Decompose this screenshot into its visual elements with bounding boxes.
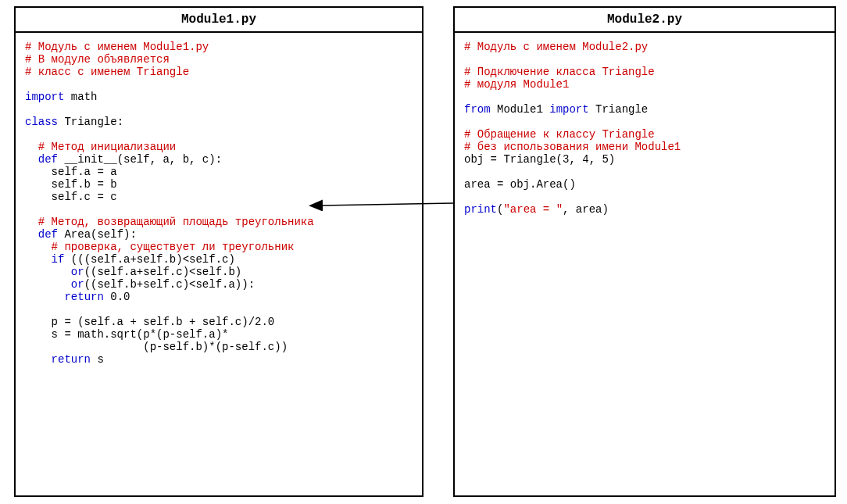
code-token: "area = "	[503, 203, 563, 216]
code-line	[25, 203, 413, 216]
code-token: obj = Triangle(3, 4, 5)	[464, 153, 615, 166]
code-line: # Модуль с именем Module1.py	[25, 41, 413, 53]
code-token: self.a = a	[25, 166, 117, 178]
code-token: area = obj.Area()	[464, 178, 576, 191]
code-token: # Обращение к классу Triangle	[464, 128, 655, 141]
code-token: import	[549, 103, 588, 116]
code-line: self.c = c	[25, 191, 413, 203]
code-token: # Подключение класса Triangle	[464, 66, 655, 78]
code-token: # Модуль с именем Module1.py	[25, 41, 209, 53]
code-line: self.a = a	[25, 166, 413, 178]
code-token: s = math.sqrt(p*(p-self.a)*	[25, 328, 228, 341]
code-token: # Модуль с именем Module2.py	[464, 41, 648, 53]
code-line: # без использования имени Module1	[464, 141, 825, 153]
code-line	[25, 103, 413, 116]
code-token: (p-self.b)*(p-self.c))	[25, 341, 288, 353]
code-line: # Подключение класса Triangle	[464, 66, 825, 78]
code-token	[25, 216, 38, 228]
code-token: ((self.a+self.c)<self.b)	[84, 266, 242, 278]
code-token: # проверка, существует ли треугольник	[52, 241, 295, 253]
code-token: # класс с именем Triangle	[25, 66, 189, 78]
code-token: , area)	[563, 203, 609, 216]
code-token	[25, 278, 71, 291]
code-token: from	[464, 103, 491, 116]
code-line	[464, 191, 825, 203]
code-line: # Метод инициализации	[25, 141, 413, 153]
code-token: ((self.b+self.c)<self.a)):	[84, 278, 255, 291]
module2-code: # Модуль с именем Module2.py # Подключен…	[455, 33, 834, 223]
code-token: or	[71, 266, 84, 278]
code-line	[464, 166, 825, 178]
code-line: p = (self.a + self.b + self.c)/2.0	[25, 316, 413, 328]
code-token: # без использования имени Module1	[464, 141, 681, 153]
code-token: __init__(self, a, b, c):	[58, 153, 222, 166]
code-token: # модуля Module1	[464, 78, 569, 91]
code-token	[25, 291, 64, 303]
code-line	[25, 128, 413, 141]
code-line: s = math.sqrt(p*(p-self.a)*	[25, 328, 413, 341]
code-token: Triangle:	[58, 116, 123, 128]
code-token: p = (self.a + self.b + self.c)/2.0	[25, 316, 274, 328]
code-token: Triangle	[589, 103, 649, 116]
code-token	[25, 253, 52, 266]
code-line: class Triangle:	[25, 116, 413, 128]
code-line	[464, 91, 825, 103]
code-token: def	[38, 228, 58, 241]
code-line: or((self.a+self.c)<self.b)	[25, 266, 413, 278]
code-token	[25, 241, 52, 253]
module1-box: Module1.py # Модуль с именем Module1.py#…	[14, 6, 424, 497]
code-line: # В модуле объявляется	[25, 53, 413, 66]
code-line: from Module1 import Triangle	[464, 103, 825, 116]
code-line	[25, 78, 413, 91]
code-token: Module1	[491, 103, 550, 116]
code-line: return 0.0	[25, 291, 413, 303]
code-line: import math	[25, 91, 413, 103]
code-line: print("area = ", area)	[464, 203, 825, 216]
code-token: if	[52, 253, 65, 266]
code-token: return	[64, 291, 103, 303]
code-token: print	[464, 203, 497, 216]
code-line: # Обращение к классу Triangle	[464, 128, 825, 141]
code-line	[464, 116, 825, 128]
code-token: # Метод, возвращающий площадь треугольни…	[38, 216, 314, 228]
code-token: or	[71, 278, 84, 291]
code-line: def __init__(self, a, b, c):	[25, 153, 413, 166]
code-token: # Метод инициализации	[38, 141, 176, 153]
module2-title: Module2.py	[455, 8, 834, 33]
module1-title: Module1.py	[16, 8, 422, 33]
code-token: # В модуле объявляется	[25, 53, 170, 66]
code-token: 0.0	[104, 291, 130, 303]
code-line: if (((self.a+self.b)<self.c)	[25, 253, 413, 266]
code-token	[25, 266, 71, 278]
code-token: class	[25, 116, 58, 128]
code-token: def	[38, 153, 58, 166]
code-line: or((self.b+self.c)<self.a)):	[25, 278, 413, 291]
code-line: # модуля Module1	[464, 78, 825, 91]
code-token	[25, 141, 38, 153]
code-token: (((self.a+self.b)<self.c)	[64, 253, 234, 266]
code-line: # класс с именем Triangle	[25, 66, 413, 78]
code-token: return	[52, 353, 91, 366]
code-line	[25, 303, 413, 316]
code-token	[25, 153, 38, 166]
code-line	[464, 53, 825, 66]
code-line: (p-self.b)*(p-self.c))	[25, 341, 413, 353]
code-line: self.b = b	[25, 178, 413, 191]
module2-box: Module2.py # Модуль с именем Module2.py …	[453, 6, 836, 497]
code-token: self.c = c	[25, 191, 117, 203]
code-token: s	[91, 353, 104, 366]
code-line: area = obj.Area()	[464, 178, 825, 191]
code-line: return s	[25, 353, 413, 366]
code-token: self.b = b	[25, 178, 117, 191]
code-line: def Area(self):	[25, 228, 413, 241]
code-token	[25, 228, 38, 241]
code-line: # проверка, существует ли треугольник	[25, 241, 413, 253]
code-token: math	[64, 91, 97, 103]
code-line: obj = Triangle(3, 4, 5)	[464, 153, 825, 166]
code-token	[25, 353, 52, 366]
module1-code: # Модуль с именем Module1.py# В модуле о…	[16, 33, 422, 374]
code-token: Area(self):	[58, 228, 137, 241]
code-line: # Метод, возвращающий площадь треугольни…	[25, 216, 413, 228]
code-line: # Модуль с именем Module2.py	[464, 41, 825, 53]
code-token: import	[25, 91, 64, 103]
